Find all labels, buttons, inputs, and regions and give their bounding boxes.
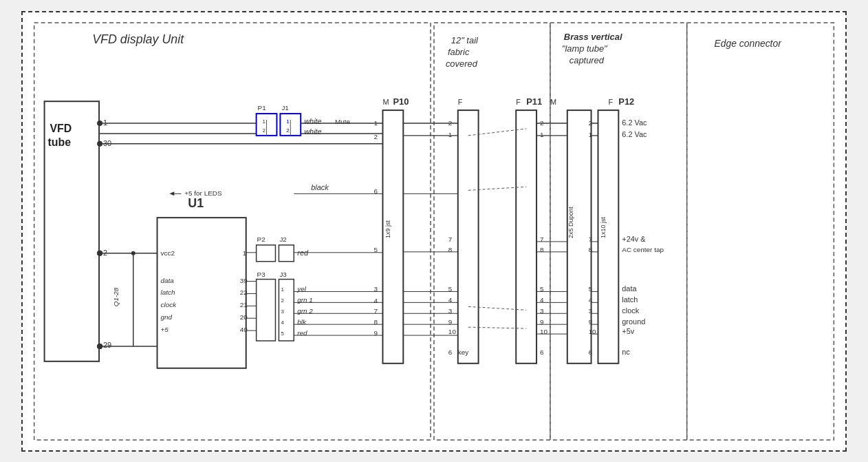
p12-pin10: 10	[589, 328, 597, 335]
key-label: key	[458, 348, 468, 355]
p11-lpin7: 7	[448, 235, 453, 242]
j3-label: J3	[279, 270, 287, 277]
vfd-pin29: 29	[103, 340, 111, 348]
p3-label: P3	[257, 270, 266, 277]
m-label-p10: M	[382, 98, 389, 106]
connector-1x10-label: 1x10 jst	[600, 216, 607, 238]
u1-latch-label: latch	[161, 288, 175, 296]
p10-section-label3: covered	[446, 58, 478, 68]
p12-label-6v2-2: 6.2 Vac	[622, 129, 647, 138]
j1-label: J1	[281, 104, 289, 112]
u1-clock-label: clock	[161, 301, 177, 308]
vfd-pin2: 2	[103, 248, 107, 256]
mute-label: Mute	[335, 117, 351, 125]
p12-label-data: data	[622, 284, 637, 293]
p10-section-label2: fabric	[448, 46, 470, 56]
vfd-tube-label-line2: tube	[48, 136, 72, 147]
junction-vfd2	[97, 250, 102, 255]
p11-section-label3: captured	[569, 54, 605, 65]
p12-pin7: 7	[589, 235, 593, 242]
u1-latch-num: 22	[240, 288, 248, 296]
u1-plus5-num: 40	[240, 326, 248, 333]
f-left-p10: F	[458, 98, 463, 106]
p10-pin4: 4	[374, 297, 378, 304]
p1-pin1: 1	[263, 118, 266, 124]
p12-pin2: 2	[589, 118, 593, 126]
p11-label: P11	[526, 96, 542, 107]
vfd-pin1: 1	[103, 118, 107, 126]
vfd-tube-label-line1: VFD	[50, 122, 72, 134]
u1-vcc2-label: vcc2	[161, 249, 175, 256]
u1-plus5-label: +5	[161, 326, 169, 333]
p12-label-act: AC center tap	[622, 245, 664, 253]
wire-white-2: white	[304, 127, 322, 135]
svg-rect-8	[257, 244, 276, 261]
diagram-container: VFD display Unit VFD tube 1 30 2 29 U1 v…	[21, 11, 847, 452]
wire-black-label: black	[311, 183, 329, 191]
p12-pin5: 5	[589, 285, 593, 293]
svg-rect-9	[279, 244, 294, 261]
p12-label-6v2-1: 6.2 Vac	[622, 118, 647, 126]
p10-pin9: 9	[374, 329, 378, 337]
p11-section-label1: Brass vertical	[564, 31, 622, 41]
p12-label-24v: +24v &	[622, 234, 646, 242]
p11-lpin10: 10	[448, 328, 457, 335]
u1-data-label: data	[161, 276, 175, 284]
p10-section-label1: 12" tail	[451, 34, 479, 45]
p11-lpin6: 6	[448, 348, 453, 355]
f-label-p12: F	[608, 98, 613, 106]
j3-p2: 2	[281, 297, 284, 304]
p12-label-5v: +5v	[622, 327, 634, 335]
u1-gnd-label: gnd	[161, 313, 173, 321]
p12-label-latch: latch	[622, 295, 638, 304]
vfd-unit-label: VFD display Unit	[92, 32, 184, 45]
junction-vfd29	[97, 343, 102, 348]
j1-pin2: 2	[286, 127, 290, 133]
p1-pin2: 2	[263, 127, 266, 133]
p10-label: P10	[393, 96, 409, 107]
edge-connector-label: Edge connector	[714, 37, 782, 48]
p12-pin3: 3	[589, 307, 593, 315]
plus5-arrow	[169, 191, 174, 196]
svg-rect-15	[516, 110, 536, 364]
p12-pin9: 9	[589, 318, 593, 326]
p1-label: P1	[258, 104, 267, 112]
svg-rect-19	[687, 22, 834, 439]
p12-pin6: 6	[589, 348, 593, 355]
vfd-pin30: 30	[103, 138, 111, 147]
j1-pin1: 1	[286, 118, 290, 124]
p12-pin1: 1	[589, 130, 593, 138]
j3-p5: 5	[281, 330, 284, 337]
p10-pin7: 7	[374, 307, 378, 315]
svg-rect-10	[257, 279, 276, 340]
u1-gnd-num: 20	[240, 313, 248, 321]
m-label-p11: M	[550, 98, 556, 106]
j3-p1: 1	[281, 286, 284, 293]
f-right-p10: F	[516, 98, 521, 106]
p12-label: P12	[618, 96, 634, 107]
p10-pin6: 6	[374, 187, 378, 195]
connector-2x5-label: 2x5 Dupont	[567, 206, 574, 238]
wire-white-1: white	[304, 116, 322, 125]
p2-label: P2	[257, 235, 266, 242]
u1-clock-num: 21	[240, 301, 248, 308]
j3-p3: 3	[281, 308, 284, 315]
p10-pin1: 1	[374, 118, 378, 126]
p12-pin8: 8	[589, 245, 593, 253]
u1-label: U1	[188, 196, 204, 210]
plus5-leds-label: +5 for LEDS	[184, 189, 222, 197]
p11-rpin1: 1	[540, 130, 544, 138]
svg-rect-14	[458, 110, 479, 364]
j3-p4: 4	[281, 319, 284, 326]
junction-dot-1	[131, 251, 135, 255]
j2-label: J2	[279, 235, 287, 242]
p11-section-label2: "lamp tube"	[562, 43, 608, 53]
p11-lpin1: 1	[448, 130, 453, 138]
u1-data-num: 39	[240, 276, 248, 284]
q1-28-label: Q1-28	[112, 287, 120, 306]
p12-label-nc: nc	[622, 347, 630, 355]
p12-pin4: 4	[589, 296, 593, 304]
p12-label-ground: ground	[622, 317, 645, 326]
connector-1x9-label: 1x9 jst	[384, 220, 391, 238]
p10-pin8: 8	[374, 318, 378, 326]
